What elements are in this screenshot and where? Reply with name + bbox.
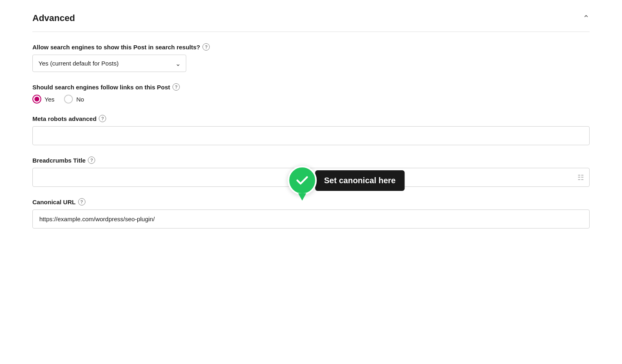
meta-robots-input[interactable] [32,126,590,145]
follow-links-radio-group: Yes No [32,95,590,104]
follow-links-no-radio[interactable] [64,95,73,104]
meta-robots-help-icon[interactable]: ? [99,115,106,122]
section-title: Advanced [32,13,75,23]
canonical-tooltip: Set canonical here [288,166,405,195]
search-visibility-label: Allow search engines to show this Post i… [32,43,590,51]
follow-links-no-option[interactable]: No [64,95,84,104]
follow-links-group: Should search engines follow links on th… [32,83,590,104]
canonical-url-help-icon[interactable]: ? [78,198,85,205]
follow-links-no-label: No [76,96,84,103]
canonical-url-group: Canonical URL ? Set canonical here [32,198,590,229]
tooltip-icon-wrap [288,166,317,195]
canonical-url-label: Canonical URL ? [32,198,590,205]
follow-links-label: Should search engines follow links on th… [32,83,590,91]
meta-robots-group: Meta robots advanced ? [32,115,590,145]
search-visibility-select[interactable]: Yes (current default for Posts)NoYes [32,55,186,72]
breadcrumbs-title-help-icon[interactable]: ? [88,157,95,164]
list-icon: ☷ [577,173,584,182]
checkmark-svg [295,173,309,188]
search-visibility-group: Allow search engines to show this Post i… [32,43,590,72]
tooltip-text: Set canonical here [315,170,405,191]
follow-links-yes-radio[interactable] [32,95,41,104]
collapse-icon[interactable]: ⌃ [583,13,590,23]
meta-robots-label: Meta robots advanced ? [32,115,590,122]
check-circle-icon [288,166,317,195]
follow-links-yes-option[interactable]: Yes [32,95,54,104]
search-visibility-help-icon[interactable]: ? [202,43,210,51]
canonical-url-input[interactable] [32,210,590,229]
follow-links-help-icon[interactable]: ? [173,83,180,91]
follow-links-yes-label: Yes [45,96,54,103]
search-visibility-select-wrapper: Yes (current default for Posts)NoYes ⌄ [32,55,186,72]
breadcrumbs-title-label: Breadcrumbs Title ? [32,157,590,164]
